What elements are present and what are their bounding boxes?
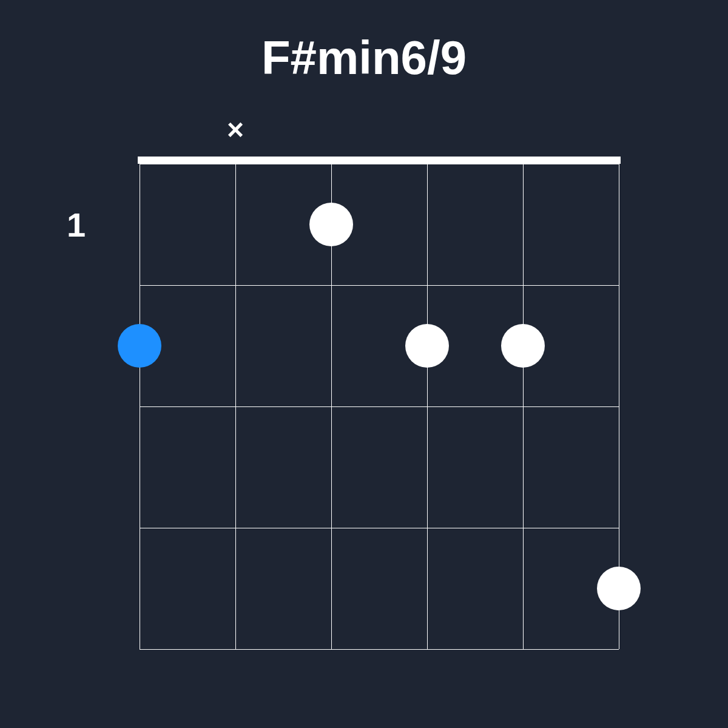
- string-line: [523, 164, 524, 649]
- root-note-dot: [118, 324, 161, 368]
- fret-line: [140, 528, 619, 528]
- finger-dot: [597, 567, 641, 610]
- string-line: [140, 164, 140, 649]
- nut: [138, 157, 621, 164]
- string-line: [427, 164, 428, 649]
- fret-line: [140, 164, 619, 164]
- finger-dot: [309, 203, 353, 246]
- chord-title: F#min6/9: [0, 30, 728, 86]
- fret-line: [140, 406, 619, 407]
- fret-line: [140, 649, 619, 650]
- finger-dot: [405, 324, 449, 368]
- finger-dot: [501, 324, 545, 368]
- mute-marker: ×: [227, 113, 244, 146]
- fret-number-label: 1: [67, 205, 86, 244]
- fret-line: [140, 285, 619, 286]
- string-line: [235, 164, 236, 649]
